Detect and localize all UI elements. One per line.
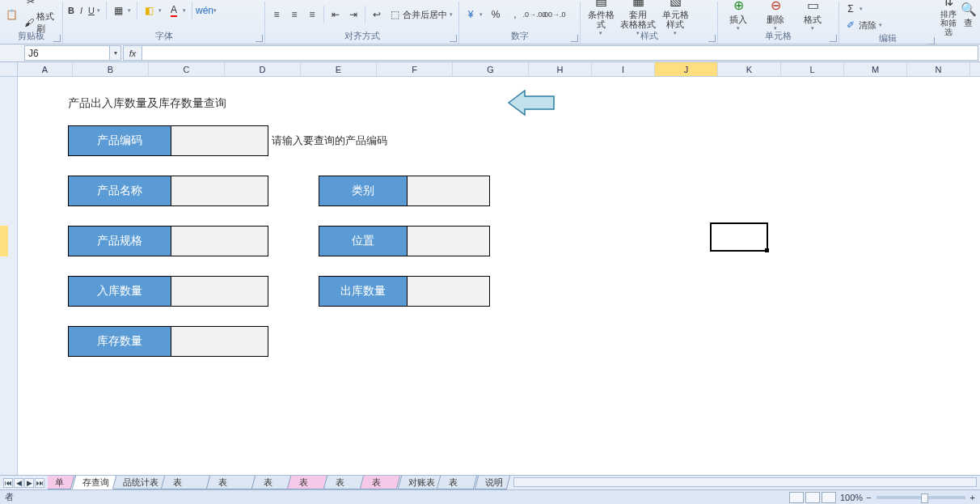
- fontcolor-icon: A: [167, 4, 180, 17]
- view-layout-button[interactable]: [805, 492, 820, 503]
- format-button[interactable]: ▭格式▾: [796, 0, 830, 32]
- row-highlight: [0, 226, 8, 256]
- input-product-code[interactable]: [171, 125, 268, 156]
- col-header-I[interactable]: I: [592, 62, 655, 76]
- cond-format-label: 条件格式: [584, 10, 618, 29]
- insert-button[interactable]: ⊕插入▾: [721, 0, 755, 32]
- zoom-slider[interactable]: [877, 496, 965, 499]
- back-arrow-shape[interactable]: [507, 89, 557, 116]
- font-group-label: 字体: [66, 30, 261, 42]
- fill-icon: ◧: [143, 4, 156, 17]
- sort-filter-label: 排序和筛选: [940, 10, 957, 36]
- insert-icon: ⊕: [730, 0, 746, 14]
- wrap-button[interactable]: ↩: [369, 7, 385, 22]
- align-bot-button[interactable]: ≡: [304, 7, 320, 22]
- col-header-D[interactable]: D: [225, 62, 301, 76]
- merge-center-label: 合并后居中: [403, 9, 447, 21]
- tab-nav-next[interactable]: ▶: [24, 478, 34, 488]
- formula-bar: J6 ▾ fx: [0, 44, 980, 62]
- sort-filter-button[interactable]: ⇅排序和筛选: [940, 0, 957, 36]
- inc-decimal-button[interactable]: .0→.00: [526, 7, 543, 22]
- cut-button[interactable]: ✂: [23, 0, 59, 9]
- col-header-M[interactable]: M: [844, 62, 907, 76]
- col-header-N[interactable]: N: [907, 62, 970, 76]
- col-header-E[interactable]: E: [301, 62, 377, 76]
- outdent-icon: ⇤: [329, 8, 342, 21]
- grid-area: ABCDEFGHIJKLMN 产品出入库数量及库存数量查询 产品编码 请输入要查…: [0, 62, 980, 475]
- tab-nav-first[interactable]: ⏮: [3, 478, 13, 488]
- sheet-tab[interactable]: 产品库存查询: [71, 476, 120, 489]
- active-cell[interactable]: [710, 222, 768, 252]
- input-out-qty[interactable]: [408, 276, 490, 307]
- clear-button[interactable]: ✐清除▾: [843, 18, 884, 32]
- col-header-C[interactable]: C: [149, 62, 225, 76]
- input-product-name[interactable]: [171, 176, 268, 206]
- align-group-label: 对齐方式: [268, 30, 455, 42]
- name-box[interactable]: J6 ▾: [24, 45, 121, 61]
- percent-button[interactable]: %: [488, 7, 504, 22]
- align-top-button[interactable]: ≡: [268, 7, 285, 22]
- svg-marker-0: [509, 91, 554, 115]
- label-product-name: 产品名称: [68, 176, 171, 206]
- bold-button[interactable]: B: [66, 5, 76, 16]
- cond-icon: ▤: [593, 0, 609, 9]
- delete-icon: ⊖: [767, 0, 784, 14]
- fill-color-button[interactable]: ◧▾: [142, 3, 163, 18]
- zoom-out-button[interactable]: −: [866, 493, 871, 502]
- input-spec[interactable]: [171, 226, 268, 256]
- fx-button[interactable]: fx: [123, 45, 142, 61]
- input-in-qty[interactable]: [171, 276, 268, 307]
- col-header-F[interactable]: F: [377, 62, 453, 76]
- edit-group-label: 编辑: [843, 32, 933, 44]
- horizontal-scrollbar[interactable]: [513, 477, 978, 487]
- cell-style-label: 单元格样式: [658, 10, 692, 29]
- merge-center-button[interactable]: ⬚合并后居中▾: [387, 7, 454, 22]
- tab-nav-prev[interactable]: ◀: [14, 478, 23, 488]
- input-location[interactable]: [408, 226, 490, 256]
- status-bar: 者 100% − +: [0, 489, 980, 504]
- view-pagebreak-button[interactable]: [822, 492, 836, 503]
- outdent-button[interactable]: ⇤: [327, 7, 344, 22]
- border-button[interactable]: ▦▾: [111, 3, 133, 18]
- italic-button[interactable]: I: [78, 5, 84, 16]
- zoom-in-button[interactable]: +: [970, 493, 975, 502]
- find-button[interactable]: 🔍查: [960, 1, 977, 28]
- cells-canvas[interactable]: 产品出入库数量及库存数量查询 产品编码 请输入要查询的产品编码 产品名称 类别 …: [18, 77, 980, 475]
- eraser-icon: ✐: [844, 19, 857, 32]
- dec-decimal-button[interactable]: .00→.0: [546, 7, 562, 22]
- comma-icon: ,: [509, 8, 522, 21]
- col-header-L[interactable]: L: [781, 62, 844, 76]
- sheet-tab[interactable]: 使用说明: [475, 476, 510, 489]
- formula-input[interactable]: [142, 45, 978, 61]
- hint-product-code: 请输入要查询的产品编码: [272, 133, 387, 148]
- name-box-dropdown[interactable]: ▾: [109, 46, 120, 60]
- indent-button[interactable]: ⇥: [345, 7, 361, 22]
- align-mid-button[interactable]: ≡: [286, 7, 302, 22]
- col-header-G[interactable]: G: [453, 62, 529, 76]
- col-header-B[interactable]: B: [73, 62, 149, 76]
- align-mid-icon: ≡: [288, 8, 301, 21]
- col-header-A[interactable]: A: [18, 62, 73, 76]
- input-category[interactable]: [408, 176, 490, 206]
- select-all-corner[interactable]: [0, 62, 18, 76]
- col-header-J[interactable]: J: [655, 62, 718, 76]
- font-color-button[interactable]: A▾: [166, 3, 188, 18]
- autosum-button[interactable]: Σ▾: [843, 2, 864, 16]
- col-header-K[interactable]: K: [718, 62, 781, 76]
- merge-icon: ⬚: [388, 8, 401, 21]
- view-normal-button[interactable]: [789, 492, 804, 503]
- label-product-code: 产品编码: [68, 125, 171, 156]
- underline-button[interactable]: U▾: [87, 5, 102, 16]
- sort-icon: ⇅: [940, 0, 957, 9]
- paste-button[interactable]: 📋: [3, 7, 19, 22]
- delete-button[interactable]: ⊖删除▾: [758, 0, 792, 32]
- input-stock-qty[interactable]: [171, 326, 268, 357]
- col-header-H[interactable]: H: [529, 62, 592, 76]
- comma-button[interactable]: ,: [507, 7, 523, 22]
- tab-nav-last[interactable]: ⏭: [35, 478, 44, 488]
- phonetic-button[interactable]: wén▾: [196, 3, 218, 18]
- row-headers: [0, 77, 18, 475]
- zoom-value: 100%: [840, 493, 863, 502]
- ribbon: 📋 ✂ 🖌格式刷 剪贴板 B I U▾ ▦▾ ◧▾ A▾ wén▾ 字体 ≡ ≡…: [0, 0, 980, 44]
- number-format-button[interactable]: ¥▾: [463, 7, 484, 22]
